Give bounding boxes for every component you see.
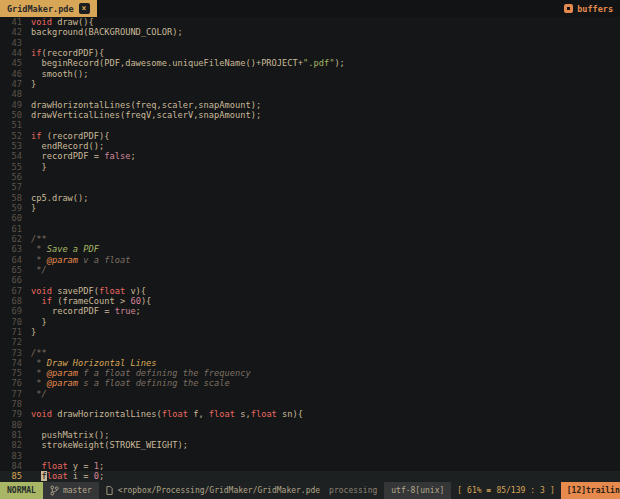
code-line[interactable]: 84 float y = 1;	[0, 461, 620, 471]
close-icon[interactable]: ×	[79, 3, 90, 14]
file-path: <ropbox/Processing/GridMaker/GridMaker.p…	[118, 486, 320, 495]
line-number: 55	[0, 162, 22, 172]
code-token: (recordPDF){	[41, 48, 104, 58]
line-number: 53	[0, 141, 22, 151]
code-text: }	[31, 327, 36, 337]
code-line[interactable]: 52if (recordPDF){	[0, 131, 620, 141]
line-number: 46	[0, 69, 22, 79]
code-line[interactable]: 72	[0, 337, 620, 347]
buffers-badge[interactable]: buffers	[557, 0, 620, 17]
code-token: float	[99, 286, 125, 296]
code-line[interactable]: 60	[0, 213, 620, 223]
code-line[interactable]: 76 * @param s a float defining the scale	[0, 378, 620, 388]
code-line[interactable]: 45 beginRecord(PDF,dawesome.uniqueFileNa…	[0, 58, 620, 68]
code-line[interactable]: 57	[0, 182, 620, 192]
code-line[interactable]: 55 }	[0, 162, 620, 172]
code-text: pushMatrix();	[31, 430, 109, 440]
code-token: s,	[235, 409, 251, 419]
line-number: 81	[0, 430, 22, 440]
line-number: 71	[0, 327, 22, 337]
code-line[interactable]: 68 if (frameCount > 60){	[0, 296, 620, 306]
line-number: 67	[0, 286, 22, 296]
column-number: 3	[540, 486, 545, 495]
git-branch-segment: master	[43, 482, 99, 499]
code-line[interactable]: 58cp5.draw();	[0, 193, 620, 203]
code-line[interactable]: 77 */	[0, 389, 620, 399]
warning-label: [12]trailing	[567, 486, 620, 495]
code-token: 60	[130, 296, 140, 306]
code-text: * @param s a float defining the scale	[31, 378, 230, 388]
bracket-close: ]	[550, 486, 555, 495]
statusline: NORMAL master <ropbox/Processing/GridMak…	[0, 482, 620, 499]
code-text: smooth();	[31, 69, 89, 79]
code-line[interactable]: 63 * Save a PDF	[0, 244, 620, 254]
code-line[interactable]: 54 recordPDF = false;	[0, 151, 620, 161]
code-text: }	[31, 317, 47, 327]
code-line[interactable]: 47}	[0, 79, 620, 89]
line-number: 72	[0, 337, 22, 347]
code-line[interactable]: 78	[0, 399, 620, 409]
code-line[interactable]: 65 */	[0, 265, 620, 275]
code-token: drawHorizontalLines(freq,scaler,snapAmou…	[31, 100, 261, 110]
code-token: @param	[47, 368, 78, 378]
encoding-segment: utf-8[unix]	[384, 482, 451, 499]
code-line[interactable]: 83	[0, 451, 620, 461]
code-text: recordPDF = true;	[31, 306, 141, 316]
code-line[interactable]: 49drawHorizontalLines(freq,scaler,snapAm…	[0, 100, 620, 110]
code-line[interactable]: 69 recordPDF = true;	[0, 306, 620, 316]
code-line[interactable]: 51	[0, 120, 620, 130]
code-line[interactable]: 41void draw(){	[0, 17, 620, 27]
code-token: */	[31, 389, 47, 399]
code-line[interactable]: 75 * @param f a float defining the frequ…	[0, 368, 620, 378]
code-line[interactable]: 56	[0, 172, 620, 182]
code-token: cp5.draw();	[31, 193, 89, 203]
line-number: 66	[0, 275, 22, 285]
code-line[interactable]: 67void savePDF(float v){	[0, 286, 620, 296]
line-number: 62	[0, 234, 22, 244]
line-number: 52	[0, 131, 22, 141]
code-token: ;	[99, 461, 104, 471]
mode-indicator: NORMAL	[0, 482, 43, 499]
code-token: beginRecord(PDF,dawesome.uniqueFileName(…	[31, 58, 303, 68]
code-line[interactable]: 79void drawHorizontalLines(float f, floa…	[0, 409, 620, 419]
git-branch-icon	[50, 485, 59, 496]
code-token: ".pdf"	[303, 58, 334, 68]
code-line[interactable]: 43	[0, 38, 620, 48]
code-token: smooth();	[31, 69, 89, 79]
code-text: * @param f a float defining the frequenc…	[31, 368, 251, 378]
code-editor[interactable]: 41void draw(){42background(BACKGROUND_CO…	[0, 17, 620, 482]
code-line[interactable]: 81 pushMatrix();	[0, 430, 620, 440]
code-text: beginRecord(PDF,dawesome.uniqueFileName(…	[31, 58, 345, 68]
code-line[interactable]: 46 smooth();	[0, 69, 620, 79]
buffer-tab[interactable]: GridMaker.pde ×	[0, 0, 97, 17]
code-line[interactable]: 59}	[0, 203, 620, 213]
line-number: 59	[0, 203, 22, 213]
code-line[interactable]: 80	[0, 420, 620, 430]
code-line[interactable]: 48	[0, 89, 620, 99]
code-line[interactable]: 82 strokeWeight(STROKE_WEIGHT);	[0, 440, 620, 450]
code-line[interactable]: 71}	[0, 327, 620, 337]
code-line[interactable]: 74 * Draw Horizontal Lines	[0, 358, 620, 368]
code-text: cp5.draw();	[31, 193, 89, 203]
code-line[interactable]: 66	[0, 275, 620, 285]
code-text: }	[31, 162, 47, 172]
code-line[interactable]: 70 }	[0, 317, 620, 327]
code-line[interactable]: 44if(recordPDF){	[0, 48, 620, 58]
code-line[interactable]: 64 * @param v a float	[0, 255, 620, 265]
code-token: recordPDF =	[31, 306, 115, 316]
code-line[interactable]: 50drawVerticalLines(freqV,scalerV,snapAm…	[0, 110, 620, 120]
code-line[interactable]: 85 float i = 0;	[0, 471, 620, 481]
code-line[interactable]: 42background(BACKGROUND_COLOR);	[0, 27, 620, 37]
code-line[interactable]: 62/**	[0, 234, 620, 244]
buffers-label: buffers	[577, 4, 613, 14]
code-token: if	[31, 131, 41, 141]
code-token: }	[31, 327, 36, 337]
code-line[interactable]: 61	[0, 224, 620, 234]
code-text: drawHorizontalLines(freq,scaler,snapAmou…	[31, 100, 261, 110]
code-token: */	[31, 265, 47, 275]
code-token	[31, 461, 41, 471]
code-line[interactable]: 73/**	[0, 348, 620, 358]
line-number: 54	[0, 151, 22, 161]
code-line[interactable]: 53 endRecord();	[0, 141, 620, 151]
progress-icon: ≡	[487, 486, 492, 495]
